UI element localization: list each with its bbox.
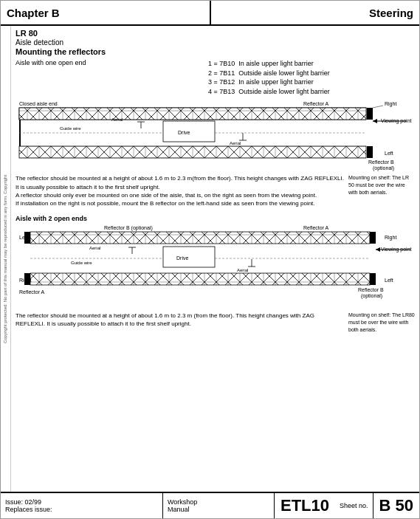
legend-item-1: 1 = 7B10 In aisle upper light barrier	[208, 59, 415, 69]
svg-text:Left: Left	[385, 151, 393, 156]
footer-sheet-label: Sheet no.	[335, 493, 373, 518]
desc1-text: The reflector should be mounted at a hei…	[16, 174, 344, 207]
issue-label: Issue: 02/99	[5, 498, 158, 506]
desc1-note: Mounting on shelf: The LR 50 must be ove…	[348, 174, 415, 207]
svg-text:Reflector A: Reflector A	[303, 101, 329, 106]
svg-marker-12	[373, 119, 377, 123]
svg-rect-38	[24, 232, 30, 244]
svg-line-9	[373, 106, 383, 108]
svg-text:Aerial: Aerial	[237, 268, 248, 272]
svg-rect-25	[19, 146, 366, 158]
svg-text:Reflector A: Reflector A	[19, 289, 45, 295]
content: Copyright protected: No part of this man…	[1, 26, 419, 492]
svg-text:(optional): (optional)	[373, 165, 394, 171]
svg-rect-56	[370, 273, 376, 285]
open-end-label: Aisle with one open end	[16, 59, 193, 66]
main-content: LR 80 Aisle detection Mounting the refle…	[11, 26, 419, 492]
desc1-area: The reflector should be mounted at a hei…	[16, 174, 415, 210]
svg-rect-8	[367, 108, 373, 120]
header-chapter: Chapter B	[1, 1, 211, 24]
desc2-note: Mounting on shelf: The LR80 must be over…	[348, 312, 415, 333]
svg-text:Drive: Drive	[176, 255, 188, 261]
svg-text:Right: Right	[385, 235, 396, 241]
etl-code: ETL10	[280, 496, 329, 515]
footer: Issue: 02/99 Replaces issue: Workshop Ma…	[1, 492, 419, 518]
svg-marker-42	[376, 247, 380, 252]
issue-value: 02/99	[25, 498, 42, 506]
footer-sheet-value: B 50	[373, 493, 419, 518]
svg-text:Reflector B: Reflector B	[358, 287, 384, 292]
section-title: Steering	[369, 7, 413, 19]
svg-text:Reflector B: Reflector B	[368, 159, 394, 165]
svg-text:Guide wire: Guide wire	[60, 126, 81, 131]
mounting-subtitle: Mounting the reflectors	[16, 47, 415, 56]
svg-rect-37	[30, 232, 370, 244]
svg-text:Closed aisle end: Closed aisle end	[19, 101, 58, 106]
page: Chapter B Steering Copyright protected: …	[0, 0, 420, 519]
chapter-title: Chapter B	[7, 7, 60, 19]
svg-text:Aerial: Aerial	[111, 117, 123, 122]
manual-type: Workshop	[168, 498, 269, 506]
svg-text:Left: Left	[385, 278, 393, 283]
sheet-value: B 50	[379, 496, 413, 515]
footer-issue: Issue: 02/99 Replaces issue:	[1, 493, 163, 518]
legend-item-4: 4 = 7B13 Outside aisle lower light barri…	[208, 87, 415, 97]
svg-rect-39	[370, 232, 376, 244]
svg-text:Aerial: Aerial	[230, 141, 241, 145]
desc2-area: The reflector should be mounted at a hei…	[16, 312, 415, 335]
model-title: LR 80	[16, 29, 415, 38]
svg-text:(optional): (optional)	[361, 293, 382, 299]
legend-area: Aisle with one open end 1 = 7B10 In aisl…	[16, 59, 415, 96]
desc2-text: The reflector should be mounted at a hei…	[16, 312, 344, 333]
svg-text:Reflector B (optional): Reflector B (optional)	[104, 225, 153, 231]
svg-text:Aerial: Aerial	[89, 246, 100, 250]
diagram1-section: Closed aisle end Reflector A Right /* ha…	[16, 99, 415, 212]
legend-item-3: 3 = 7B12 In aisle upper light barrier	[208, 78, 415, 87]
header-section: Steering	[211, 1, 420, 24]
legend-items: 1 = 7B10 In aisle upper light barrier 2 …	[208, 59, 415, 96]
legend-open-end: Aisle with one open end	[16, 59, 193, 68]
svg-text:Guide wire: Guide wire	[71, 261, 92, 265]
diagram1-svg: Closed aisle end Reflector A Right /* ha…	[16, 99, 414, 173]
svg-text:Reflector A: Reflector A	[303, 225, 329, 230]
replaces-label: Replaces issue:	[5, 506, 158, 513]
sheet-label: Sheet no.	[340, 502, 368, 509]
aisle-subtitle: Aisle detection	[16, 38, 415, 47]
diagram2-label: Aisle with 2 open ends	[16, 215, 415, 222]
diagram2-svg: Reflector B (optional) Reflector A Left …	[16, 223, 414, 310]
manual-type2: Manual	[168, 506, 269, 513]
copyright-text: Copyright protected: No part of this man…	[4, 174, 8, 343]
svg-text:Drive: Drive	[178, 130, 190, 135]
footer-manual: Workshop Manual	[163, 493, 275, 518]
copyright-bar: Copyright protected: No part of this man…	[1, 26, 11, 492]
footer-etl-code: ETL10	[275, 493, 335, 518]
header: Chapter B Steering	[1, 1, 419, 26]
svg-text:Right: Right	[19, 278, 31, 283]
legend-item-2: 2 = 7B11 Outside aisle lower light barri…	[208, 69, 415, 78]
diagram2-section: Aisle with 2 open ends Reflector B (opti…	[16, 215, 415, 337]
svg-rect-54	[30, 273, 370, 285]
svg-text:Right: Right	[385, 101, 396, 107]
svg-rect-7	[19, 108, 366, 120]
svg-rect-43	[163, 247, 215, 267]
svg-rect-26	[367, 146, 373, 158]
